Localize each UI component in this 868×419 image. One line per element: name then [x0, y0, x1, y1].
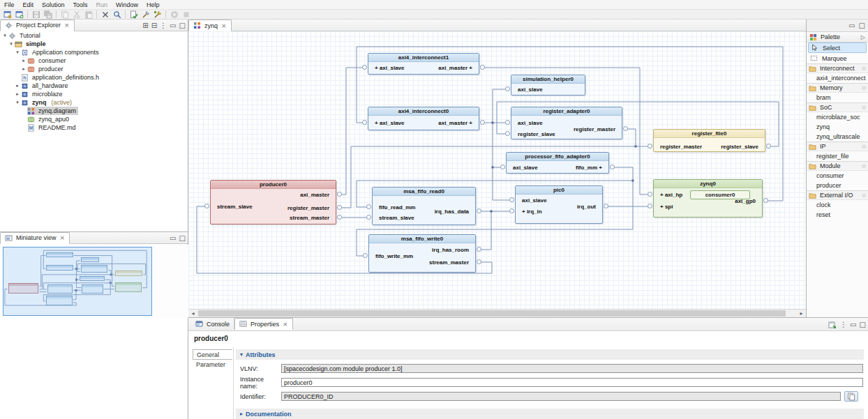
port-msa_fifo_write0-stream-master[interactable]	[477, 259, 481, 264]
field-input-identifier[interactable]	[281, 392, 841, 401]
tb-search-button[interactable]	[111, 10, 123, 19]
palette-item-zynq_ultrascale[interactable]: zynq_ultrascale	[807, 132, 868, 142]
tree-item-microblaze[interactable]: ▸microblaze	[0, 90, 188, 98]
port-msa_fifo_read0-irq-has-data[interactable]	[477, 208, 481, 213]
tb-validate-button[interactable]	[128, 10, 140, 19]
tab-properties[interactable]: Properties ×	[234, 318, 293, 330]
port-pic0--irq-in[interactable]	[509, 208, 514, 213]
tab-parameter[interactable]: Parameter	[193, 360, 232, 370]
palette-group-external-i-o[interactable]: External I/O◇	[807, 190, 868, 200]
block-register_file0[interactable]: register_file0register_masterregister_sl…	[653, 129, 765, 152]
palette-collapse-icon[interactable]: ▷	[861, 34, 865, 40]
connection-wire[interactable]	[625, 129, 636, 146]
minimize-button[interactable]: ▭	[850, 321, 856, 328]
port-msa_fifo_write0-fifo-write-mm[interactable]	[363, 253, 368, 258]
menu-tools[interactable]: Tools	[69, 1, 92, 9]
connection-wire[interactable]	[339, 68, 365, 195]
port-processor_fifo_adapter0-fifo-mm-[interactable]	[610, 165, 615, 169]
tree-item-producer[interactable]: ▸producer	[0, 65, 188, 73]
block-axi4_interconnect1[interactable]: axi4_interconnect1+ axi_slaveaxi_master …	[368, 53, 479, 75]
palette-tool-marquee[interactable]: Marquee	[808, 53, 867, 63]
menu-file[interactable]: File	[0, 1, 19, 9]
tree-chevron-icon[interactable]: ▾	[14, 48, 21, 56]
block-producer0[interactable]: producer0stream_slaveaxi_masterregister_…	[210, 180, 336, 224]
tree-chevron-icon[interactable]: ▸	[20, 65, 27, 73]
palette-item-axi4_interconnect[interactable]: axi4_interconnect	[807, 73, 868, 83]
port-register_adapter0-register-master[interactable]	[623, 126, 628, 131]
maximize-button[interactable]: □	[179, 22, 186, 29]
tb-new-solution-button[interactable]	[1, 10, 13, 19]
tree-item-zynq[interactable]: ▾zynq(active)	[0, 98, 188, 107]
palette-item-reset[interactable]: reset	[807, 210, 868, 220]
expand-all-button[interactable]: ⊞	[142, 22, 148, 29]
palette-item-producer[interactable]: producer	[807, 181, 868, 190]
horizontal-scrollbar[interactable]: ◂ ▸	[188, 309, 806, 317]
view-menu-button[interactable]: ⋮	[840, 321, 847, 328]
tb-new-module-button[interactable]	[13, 10, 25, 19]
minimize-button[interactable]: ▭	[848, 22, 855, 29]
block-processor_fifo_adapter0[interactable]: processor_fifo_adapter0axi_slavefifo_mm …	[506, 152, 609, 174]
palette-item-register_file[interactable]: register_file	[807, 151, 868, 161]
minimize-button[interactable]: ▭	[170, 234, 176, 242]
scroll-left-button[interactable]: ◂	[188, 310, 197, 317]
tree-chevron-icon[interactable]: ▾	[14, 98, 21, 107]
block-axi4_interconnect0[interactable]: axi4_interconnect0+ axi_slaveaxi_master …	[368, 107, 479, 130]
tab-general[interactable]: General	[193, 349, 232, 360]
port-register_file0-register-slave[interactable]	[766, 144, 771, 148]
port-zynq0--spi[interactable]	[648, 204, 652, 208]
port-producer0-axi-master[interactable]	[337, 192, 342, 197]
port-pic0-irq-out[interactable]	[604, 204, 608, 208]
menu-solution[interactable]: Solution	[38, 1, 69, 9]
miniature-canvas[interactable]	[3, 247, 152, 316]
tree-chevron-icon[interactable]: ▾	[8, 40, 15, 48]
palette-group-module[interactable]: Module◇	[807, 161, 868, 171]
section-attributes[interactable]: ▾ Attributes	[236, 349, 864, 360]
tree-chevron-icon[interactable]: ▸	[20, 56, 27, 65]
port-register_adapter0-axi-slave[interactable]	[505, 120, 510, 125]
scrollbar-thumb[interactable]	[198, 310, 786, 317]
port-axi4_interconnect0--axi-slave[interactable]	[362, 120, 367, 125]
maximize-button[interactable]: □	[179, 234, 186, 242]
copy-button[interactable]	[844, 391, 858, 402]
palette-header[interactable]: Palette ▷	[807, 31, 868, 43]
port-axi4_interconnect0-axi-master-[interactable]	[480, 120, 485, 125]
port-zynq0--axi-hp[interactable]	[648, 192, 652, 197]
scroll-right-button[interactable]: ▸	[797, 310, 806, 317]
menu-window[interactable]: Window	[112, 1, 142, 9]
palette-item-microblaze_soc[interactable]: microblaze_soc	[807, 112, 868, 122]
tree-chevron-icon[interactable]: ▸	[14, 90, 21, 98]
palette-group-interconnect[interactable]: Interconnect◇	[807, 63, 868, 73]
palette-item-consumer[interactable]: consumer	[807, 171, 868, 181]
tree-item-application-components[interactable]: ▾Application components	[0, 48, 188, 56]
tb-build-button[interactable]	[140, 10, 151, 19]
close-icon[interactable]: ×	[283, 321, 288, 328]
open-new-view-icon[interactable]	[828, 321, 837, 328]
port-zynq0-axi-gp0[interactable]	[763, 198, 768, 203]
palette-tool-select[interactable]: Select	[808, 43, 867, 53]
port-pic0-axi-slave[interactable]	[509, 197, 514, 202]
menu-edit[interactable]: Edit	[19, 1, 38, 9]
tab-miniature-view[interactable]: Miniature view ×	[0, 232, 70, 244]
tab-editor-zynq[interactable]: zynq ×	[188, 20, 232, 31]
viewport-overlay[interactable]	[3, 247, 152, 316]
collapse-all-button[interactable]: ⊟	[151, 22, 157, 29]
block-pic0[interactable]: pic0axi_slave+ irq_inirq_out	[515, 185, 603, 224]
close-icon[interactable]: ×	[64, 22, 70, 29]
palette-item-bram[interactable]: bram	[807, 93, 868, 102]
field-input-instance-name[interactable]	[281, 378, 863, 387]
tb-delete-button[interactable]	[99, 10, 111, 19]
menu-help[interactable]: Help	[142, 1, 164, 9]
port-msa_fifo_write0-irq-has-room[interactable]	[477, 247, 481, 252]
maximize-button[interactable]: □	[860, 321, 866, 328]
maximize-button[interactable]: □	[859, 22, 865, 29]
palette-group-ip[interactable]: IP◇	[807, 142, 868, 151]
diagram-canvas[interactable]: axi4_interconnect1+ axi_slaveaxi_master …	[188, 31, 806, 309]
port-producer0-stream-slave[interactable]	[204, 204, 209, 208]
field-input-vlnv[interactable]	[281, 364, 863, 373]
port-msa_fifo_read0-stream-slave[interactable]	[366, 215, 371, 220]
port-register_file0-register-master[interactable]	[648, 144, 652, 148]
port-register_adapter0-register-slave[interactable]	[505, 131, 510, 136]
tree-item-zynq-diagram[interactable]: zynq.diagram	[0, 107, 188, 115]
section-documentation[interactable]: ▸ Documentation	[236, 409, 864, 419]
block-msa_fifo_read0[interactable]: msa_fifo_read0fifo_read_mmstream_slaveir…	[372, 187, 476, 225]
